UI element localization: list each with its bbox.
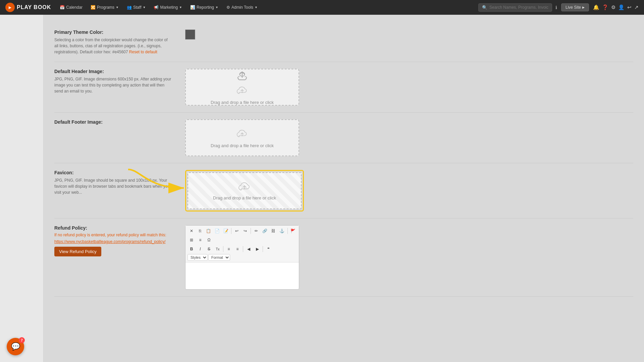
search-input[interactable] bbox=[489, 5, 548, 10]
footer-image-title: Default Footer Image: bbox=[54, 119, 172, 125]
footer-image-control: Drag and drop a file here or click bbox=[185, 119, 633, 156]
toolbar-row-4: Styles Format bbox=[187, 254, 297, 261]
chat-bubble[interactable]: 💬 7 bbox=[7, 338, 24, 355]
header-image-label-col: Default Header Image: JPG, PNG, GIF. Ima… bbox=[54, 69, 172, 94]
logout-icon[interactable]: ↩ bbox=[627, 4, 632, 10]
primary-color-label-col: Primary Theme Color: Selecting a color f… bbox=[54, 29, 172, 55]
help-icon: ℹ bbox=[555, 5, 557, 10]
toolbar-cut[interactable]: ✕ bbox=[187, 227, 196, 235]
toolbar-paste-text[interactable]: 📄 bbox=[213, 227, 221, 235]
refund-policy-link[interactable]: https://www.nycbasketballleague.com/prog… bbox=[54, 239, 172, 244]
staff-icon: 👥 bbox=[127, 5, 132, 10]
chat-icon: 💬 bbox=[11, 342, 20, 351]
chat-badge: 7 bbox=[19, 337, 25, 343]
refund-editor-control: ✕ ⎘ 📋 📄 📝 ↩ ↪ ✏ 🔗 bbox=[185, 225, 633, 290]
header-image-control: Drag and drop a file here or click bbox=[185, 69, 633, 106]
footer-upload-text: Drag and drop a file here or click bbox=[211, 143, 274, 148]
toolbar-indent[interactable]: ▶ bbox=[253, 245, 261, 253]
nav-reporting[interactable]: 📊 Reporting ▼ bbox=[187, 4, 222, 11]
favicon-title: Favicon: bbox=[54, 170, 172, 175]
settings-icon[interactable]: ⚙ bbox=[611, 4, 615, 10]
toolbar-paste-word[interactable]: 📝 bbox=[222, 227, 230, 235]
nav-staff[interactable]: 👥 Staff ▼ bbox=[123, 4, 149, 11]
refund-policy-title: Refund Policy: bbox=[54, 225, 172, 231]
toolbar-redo[interactable]: ↪ bbox=[241, 227, 250, 235]
editor-body[interactable] bbox=[185, 262, 299, 289]
upload-cloud-icon bbox=[236, 70, 248, 82]
reporting-icon: 📊 bbox=[190, 5, 195, 10]
question-icon[interactable]: ❓ bbox=[602, 4, 608, 10]
favicon-label-col: Favicon: JPG, PNG, GIF. Image should be … bbox=[54, 170, 172, 195]
footer-image-label-col: Default Footer Image: bbox=[54, 119, 172, 127]
admin-icon: ⚙ bbox=[226, 5, 230, 10]
toolbar-divider-1 bbox=[231, 228, 231, 234]
toolbar-row-3: B I S Tx ≡ ≡ ◀ ▶ ❝ bbox=[187, 245, 297, 253]
editor-toolbar: ✕ ⎘ 📋 📄 📝 ↩ ↪ ✏ 🔗 bbox=[185, 226, 299, 262]
toolbar-divider-5 bbox=[243, 246, 243, 252]
marketing-icon: 📢 bbox=[154, 5, 159, 10]
toolbar-remove-format[interactable]: Tx bbox=[214, 245, 222, 253]
header-image-upload-zone[interactable]: Drag and drop a file here or click bbox=[185, 69, 299, 106]
toolbar-hr[interactable]: ≡ bbox=[196, 236, 204, 244]
header-image-row: Default Header Image: JPG, PNG, GIF. Ima… bbox=[54, 62, 633, 113]
logo[interactable]: ► PLAY BOOK bbox=[5, 3, 51, 12]
nav-calendar[interactable]: 📅 Calendar bbox=[56, 4, 86, 11]
favicon-upload-zone[interactable]: Drag and drop a file here or click bbox=[187, 172, 302, 209]
live-site-button[interactable]: Live Site ▶ bbox=[561, 3, 589, 11]
toolbar-divider-6 bbox=[263, 246, 263, 252]
format-select[interactable]: Format bbox=[208, 254, 230, 261]
calendar-icon: 📅 bbox=[60, 5, 65, 10]
search-icon: 🔍 bbox=[482, 5, 487, 10]
toolbar-strike[interactable]: S bbox=[205, 245, 213, 253]
favicon-upload-text: Drag and drop a file here or click bbox=[213, 195, 276, 200]
logo-text: PLAY BOOK bbox=[17, 4, 51, 10]
user-icon[interactable]: 👤 bbox=[618, 4, 625, 10]
refund-policy-row: Refund Policy: If no refund policy is en… bbox=[54, 219, 633, 297]
toolbar-ol[interactable]: ≡ bbox=[225, 245, 233, 253]
toolbar-anchor[interactable]: ⚓ bbox=[278, 227, 286, 235]
toolbar-table[interactable]: ⊞ bbox=[187, 236, 196, 244]
chevron-down-icon: ▼ bbox=[179, 6, 182, 9]
search-bar[interactable]: 🔍 bbox=[478, 3, 552, 12]
toolbar-special-char[interactable]: Ω bbox=[205, 236, 213, 244]
header-image-title: Default Header Image: bbox=[54, 69, 172, 74]
view-refund-policy-button[interactable]: View Refund Policy bbox=[54, 247, 101, 256]
favicon-highlight-box: Drag and drop a file here or click bbox=[185, 170, 304, 212]
toolbar-ul[interactable]: ≡ bbox=[233, 245, 241, 253]
reset-to-default-link[interactable]: Reset to default bbox=[129, 50, 157, 54]
top-navigation: ► PLAY BOOK 📅 Calendar 🔀 Programs ▼ 👥 St… bbox=[0, 0, 644, 15]
cloud-upload-icon bbox=[236, 84, 248, 97]
toolbar-outdent[interactable]: ◀ bbox=[245, 245, 253, 253]
toolbar-copy[interactable]: ⎘ bbox=[196, 227, 204, 235]
toolbar-flag[interactable]: 🚩 bbox=[289, 227, 297, 235]
toolbar-find[interactable]: ✏ bbox=[252, 227, 260, 235]
favicon-row: Favicon: JPG, PNG, GIF. Image should be … bbox=[54, 163, 633, 219]
toolbar-paste[interactable]: 📋 bbox=[205, 227, 213, 235]
styles-select[interactable]: Styles bbox=[187, 254, 208, 261]
external-link-icon[interactable]: ↗ bbox=[634, 4, 639, 10]
toolbar-undo[interactable]: ↩ bbox=[233, 227, 241, 235]
nav-admin-tools[interactable]: ⚙ Admin Tools ▼ bbox=[223, 4, 261, 11]
color-swatch[interactable] bbox=[185, 29, 195, 40]
primary-color-desc: Selecting a color from the colorpicker w… bbox=[54, 37, 172, 55]
programs-icon: 🔀 bbox=[91, 5, 96, 10]
nav-marketing[interactable]: 📢 Marketing ▼ bbox=[150, 4, 185, 11]
toolbar-italic[interactable]: I bbox=[196, 245, 204, 253]
nav-programs[interactable]: 🔀 Programs ▼ bbox=[87, 4, 122, 11]
primary-color-control bbox=[185, 29, 633, 40]
bell-icon[interactable]: 🔔 bbox=[593, 4, 599, 10]
chevron-down-icon: ▼ bbox=[116, 6, 119, 9]
chevron-down-icon: ▼ bbox=[255, 6, 258, 9]
toolbar-blockquote[interactable]: ❝ bbox=[264, 245, 272, 253]
toolbar-divider-4 bbox=[223, 246, 223, 252]
footer-image-row: Default Footer Image: Drag and drop a fi… bbox=[54, 113, 633, 163]
primary-color-row: Primary Theme Color: Selecting a color f… bbox=[54, 23, 633, 62]
toolbar-unlink[interactable]: ⛓ bbox=[269, 227, 277, 235]
toolbar-bold[interactable]: B bbox=[187, 245, 196, 253]
footer-image-upload-zone[interactable]: Drag and drop a file here or click bbox=[185, 119, 299, 156]
topnav-icons: 🔔 ❓ ⚙ 👤 ↩ ↗ bbox=[593, 4, 639, 10]
toolbar-link[interactable]: 🔗 bbox=[261, 227, 269, 235]
cloud-upload-icon-2 bbox=[236, 128, 248, 140]
toolbar-row-2: ⊞ ≡ Ω bbox=[187, 236, 297, 244]
cloud-upload-icon-3 bbox=[238, 181, 251, 192]
